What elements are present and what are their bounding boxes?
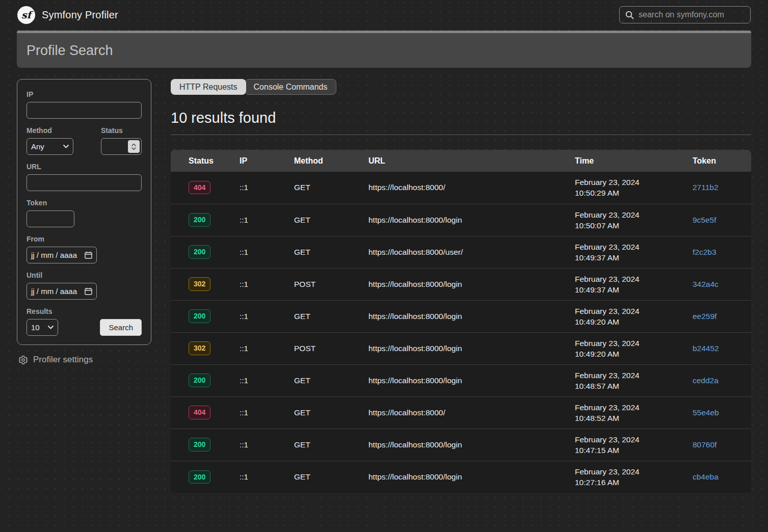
method-select[interactable]: Any [27,138,73,155]
ip-cell: ::1 [240,396,294,429]
time-clock: 10:49:37 AM [575,252,693,263]
status-badge: 200 [189,245,210,258]
token-cell: 55e4eb [693,396,751,429]
table-row: 200::1GEThttps://localhost:8000/loginFeb… [171,300,751,332]
chevron-down-icon [63,145,69,148]
url-cell: https://localhost:8000/login [368,461,575,493]
token-link[interactable]: b24452 [693,344,719,353]
until-label: Until [27,271,142,279]
ip-cell: ::1 [240,236,294,268]
results-table: Status IP Method URL Time Token 404::1GE… [171,150,751,493]
url-input[interactable] [27,174,142,191]
status-badge: 302 [189,341,210,355]
table-row: 404::1GEThttps://localhost:8000/February… [171,396,751,429]
calendar-icon[interactable] [85,287,92,295]
time-cell: February 23, 202410:50:07 AM [575,204,693,236]
method-cell: GET [294,429,368,461]
column-header-status: Status [171,150,240,172]
ip-cell: ::1 [240,268,294,300]
token-link[interactable]: ee259f [693,312,717,321]
token-link[interactable]: 342a4c [693,280,719,288]
table-row: 302::1POSThttps://localhost:8000/loginFe… [171,268,751,300]
app-title: Symfony Profiler [42,9,118,21]
from-date-input[interactable]: jj / mm / aaaa [27,247,97,263]
column-header-method: Method [294,150,368,172]
token-link[interactable]: 9c5e5f [693,216,717,224]
token-link[interactable]: f2c2b3 [693,248,717,256]
status-badge: 200 [189,438,210,451]
token-cell: 342a4c [693,268,751,300]
url-cell: https://localhost:8000/login [368,300,575,332]
url-cell: https://localhost:8000/login [368,429,575,461]
time-cell: February 23, 202410:49:37 AM [575,236,693,268]
method-cell: GET [294,236,368,268]
time-date: February 23, 2024 [575,370,693,381]
token-link[interactable]: cedd2a [693,376,719,385]
url-cell: https://localhost:8000/login [368,364,575,396]
token-cell: cedd2a [693,364,751,396]
token-cell: ee259f [693,300,751,332]
time-date: February 23, 2024 [575,434,693,445]
token-label: Token [27,199,142,207]
results-count-heading: 10 results found [171,110,751,126]
token-link[interactable]: 80760f [693,440,717,449]
calendar-icon[interactable] [85,251,92,259]
status-cell: 302 [171,268,240,300]
ip-cell: ::1 [240,332,294,364]
table-row: 404::1GEThttps://localhost:8000/February… [171,172,751,204]
column-header-url: URL [368,150,575,172]
time-cell: February 23, 202410:48:52 AM [575,396,693,429]
status-cell: 404 [171,172,240,204]
number-spinner[interactable] [128,140,140,153]
time-date: February 23, 2024 [575,306,693,316]
time-clock: 10:50:29 AM [575,188,693,198]
method-cell: POST [294,268,368,300]
status-input[interactable] [101,138,142,155]
token-link[interactable]: 2711b2 [693,183,719,192]
token-link[interactable]: cb4eba [693,472,719,481]
table-row: 302::1POSThttps://localhost:8000/loginFe… [171,332,751,364]
tab-console-commands[interactable]: Console Commands [245,79,337,95]
table-row: 200::1GEThttps://localhost:8000/loginFeb… [171,429,751,461]
time-date: February 23, 2024 [575,177,693,188]
site-search-input[interactable] [639,10,745,19]
symfony-logo-icon: sf [17,6,35,24]
table-row: 200::1GEThttps://localhost:8000/loginFeb… [171,204,751,236]
ip-input[interactable] [27,102,142,119]
token-input[interactable] [27,210,74,227]
profiler-settings-link[interactable]: Profiler settings [18,355,151,365]
tab-http-requests[interactable]: HTTP Requests [171,79,246,95]
token-cell: b24452 [693,332,751,364]
table-row: 200::1GEThttps://localhost:8000/loginFeb… [171,364,751,396]
time-clock: 10:49:20 AM [575,316,693,327]
ip-cell: ::1 [240,172,294,204]
method-cell: GET [294,396,368,429]
time-clock: 10:48:52 AM [575,413,693,423]
status-cell: 302 [171,332,240,364]
time-cell: February 23, 202410:47:15 AM [575,429,693,461]
site-search-box[interactable] [619,6,751,23]
from-label: From [27,235,142,243]
results-select[interactable]: 10 [27,319,58,336]
table-row: 200::1GEThttps://localhost:8000/loginFeb… [171,461,751,493]
status-cell: 200 [171,300,240,332]
token-cell: 9c5e5f [693,204,751,236]
token-cell: 80760f [693,429,751,461]
status-badge: 200 [189,374,210,387]
time-clock: 10:27:16 AM [575,477,693,488]
url-cell: https://localhost:8000/login [368,332,575,364]
method-cell: GET [294,204,368,236]
time-cell: February 23, 202410:49:20 AM [575,332,693,364]
search-button[interactable]: Search [100,319,142,336]
token-cell: cb4eba [693,461,751,493]
token-link[interactable]: 55e4eb [693,408,719,417]
status-cell: 200 [171,429,240,461]
status-cell: 200 [171,461,240,493]
until-date-input[interactable]: jj / mm / aaaa [27,283,97,300]
results-select-value: 10 [31,323,40,332]
method-cell: GET [294,364,368,396]
url-label: URL [27,163,142,171]
result-type-tabs: HTTP Requests Console Commands [171,79,751,95]
time-clock: 10:50:07 AM [575,220,693,231]
sidebar: IP Method Any Status [17,79,151,365]
